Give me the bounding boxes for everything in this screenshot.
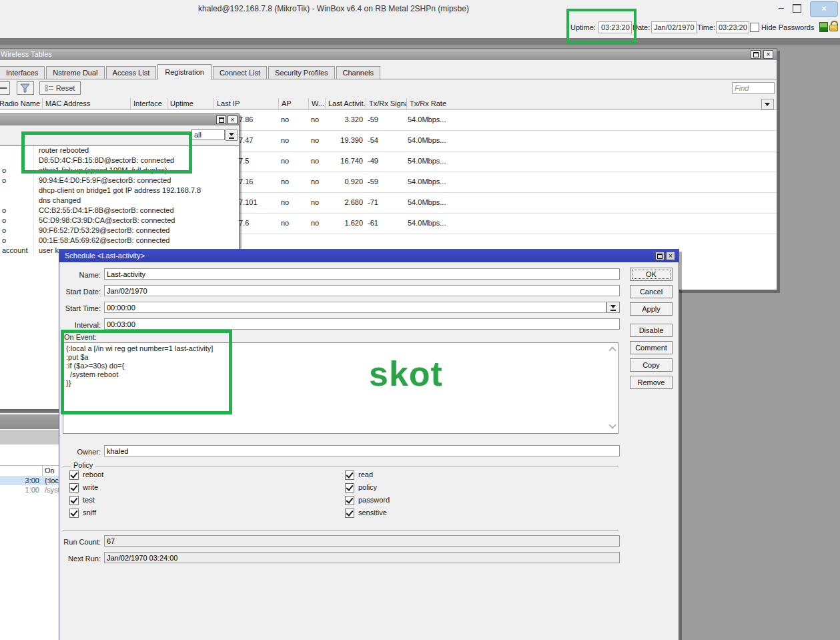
owner-label: Owner: [59,446,101,458]
cell-ap: no [281,151,289,171]
start-date-field[interactable] [104,285,620,296]
policy-checkbox-sensitive[interactable]: sensitive [345,508,478,521]
find-input[interactable] [732,82,775,94]
checkbox-checked-icon[interactable] [345,509,354,518]
cell-last-activity: 0.920 [326,172,363,192]
policy-checkbox-read[interactable]: read [345,470,478,483]
log-row[interactable]: oether1 link up (speed 100M, full duplex… [0,166,239,176]
tab-connect-list[interactable]: Connect List [213,66,267,79]
ok-button[interactable]: OK [630,268,673,281]
column-interface[interactable]: Interface [131,98,167,109]
wireless-window-title: Wireless Tables [1,50,52,58]
log-row[interactable]: o90:94:E4:D0:F5:9F@sectorB: connected [0,176,239,186]
log-message: 00:1E:58:A5:69:62@sectorB: connected [39,236,169,246]
start-time-label: Start Time: [59,303,101,314]
log-row[interactable]: o00:1E:58:A5:69:62@sectorB: connected [0,236,239,246]
owner-field[interactable] [104,445,620,456]
schedule-dialog-titlebar[interactable]: Schedule <Last-activity> [59,250,679,262]
cell-signal: -71 [368,193,378,212]
column-radio-name[interactable]: Radio Name / [0,98,43,109]
interval-field[interactable] [104,318,620,330]
maximize-icon[interactable] [655,252,665,260]
next-run-field [104,552,620,563]
tab-interfaces[interactable]: Interfaces [0,66,45,79]
log-row[interactable]: oCC:B2:55:D4:1F:8B@sectorB: connected [0,206,239,216]
column-w[interactable]: W... [309,98,326,109]
log-row[interactable]: router rebooted [0,145,239,155]
log-row[interactable]: dns changed [0,196,239,206]
policy-label: sensitive [358,509,387,517]
close-icon[interactable]: × [763,50,773,59]
column-ap[interactable]: AP [279,98,309,109]
policy-checkbox-reboot[interactable]: reboot [69,470,203,483]
apply-button[interactable]: Apply [630,302,673,316]
log-topic: o [1,226,34,236]
policy-checkbox-password[interactable]: password [345,495,478,508]
checkbox-checked-icon[interactable] [69,509,79,518]
policy-checkbox-policy[interactable]: policy [345,483,478,495]
remove-button[interactable] [0,81,10,95]
tab-channels[interactable]: Channels [336,66,380,79]
close-icon[interactable]: × [228,115,238,124]
tab-registration[interactable]: Registration [157,64,212,79]
secure-lock-icon [829,21,838,31]
name-field[interactable] [104,268,620,280]
maximize-icon[interactable] [751,50,761,59]
cell-ap: no [281,110,289,129]
column-txrx-rate[interactable]: Tx/Rx Rate [407,98,468,109]
log-filter-select[interactable]: all [191,129,225,140]
checkbox-checked-icon[interactable] [69,470,79,480]
filter-button[interactable] [17,81,34,95]
wireless-toolbar: Reset [0,79,777,98]
log-row[interactable]: D8:5D:4C:FB:15:8D@sectorB: connected [0,155,239,166]
on-event-editor[interactable]: {:local a [/in wi reg get number=1 last-… [63,342,618,434]
column-uptime[interactable]: Uptime [167,98,214,109]
policy-checkbox-write[interactable]: write [69,483,203,495]
minimize-icon[interactable]: – [774,0,789,16]
column-last-activity[interactable]: Last Activit... [326,98,366,109]
schedule-dialog: Schedule <Last-activity> × Name: Start D… [59,249,679,640]
checkbox-checked-icon[interactable] [345,483,354,493]
log-filter-dropdown-button[interactable] [226,129,238,141]
dash-icon [0,87,7,89]
log-row[interactable]: o5C:D9:98:C3:9D:CA@sectorB: connected [0,216,239,226]
tab-nstreme-dual[interactable]: Nstreme Dual [46,66,104,79]
maximize-icon[interactable] [216,115,226,124]
start-time-field[interactable] [104,302,606,313]
checkbox-checked-icon[interactable] [69,483,79,493]
tab-access-list[interactable]: Access List [106,66,157,79]
checkbox-checked-icon[interactable] [345,470,354,480]
log-row[interactable]: o90:F6:52:7D:53:29@sectorB: connected [0,226,239,236]
hide-passwords-label: Hide Passwords [761,23,814,31]
reset-button[interactable]: Reset [39,81,81,95]
close-icon[interactable]: × [810,1,838,17]
log-window-titlebar[interactable] [0,114,239,125]
column-txrx-signal[interactable]: Tx/Rx Signal ... [366,98,407,109]
checkbox-checked-icon[interactable] [345,496,354,505]
cancel-button[interactable]: Cancel [630,285,673,298]
start-time-dropdown-button[interactable] [606,302,620,313]
wireless-window-titlebar[interactable]: Wireless Tables [0,49,777,60]
hide-passwords-checkbox[interactable] [750,23,759,32]
column-last-ip[interactable]: Last IP [214,98,279,109]
comment-button[interactable]: Comment [630,341,673,354]
log-toolbar: all [0,125,239,145]
on-event-script[interactable]: {:local a [/in wi reg get number=1 last-… [66,344,604,432]
policy-checkbox-test[interactable]: test [69,495,203,508]
disable-button[interactable]: Disable [630,324,673,337]
remove-button[interactable]: Remove [630,376,673,389]
log-topic [1,196,34,206]
policy-checkbox-sniff[interactable]: sniff [69,508,203,521]
copy-button[interactable]: Copy [630,358,673,372]
tab-security-profiles[interactable]: Security Profiles [268,66,334,79]
log-row[interactable]: dhcp-client on bridge1 got IP address 19… [0,186,239,196]
log-topic: o [1,216,34,226]
column-select-dropdown[interactable] [761,99,774,109]
close-icon[interactable]: × [666,252,675,260]
maximize-icon[interactable] [793,4,801,13]
interval-label: Interval: [59,320,101,331]
checkbox-checked-icon[interactable] [69,496,79,505]
column-mac-address[interactable]: MAC Address [43,98,131,109]
scroll-down-icon[interactable] [608,422,616,430]
scroll-up-icon[interactable] [608,346,616,354]
